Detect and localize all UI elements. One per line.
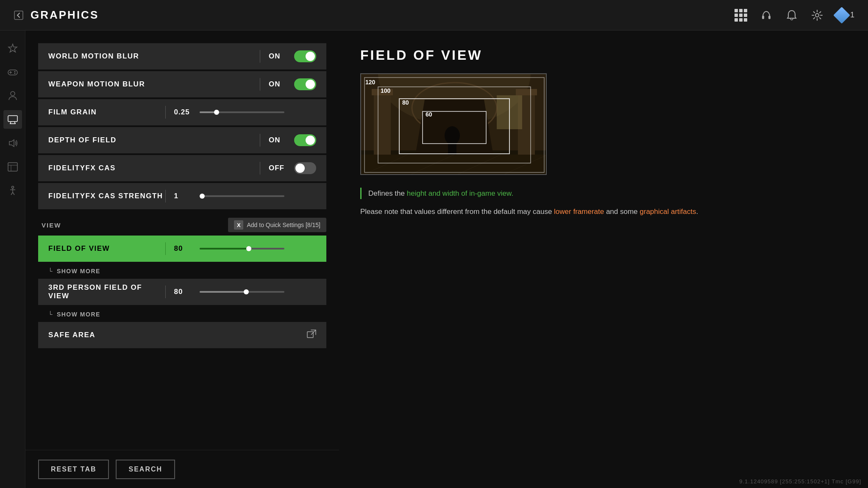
view-section-label: VIEW — [42, 222, 61, 229]
slider-thumb — [214, 110, 219, 115]
row-divider — [165, 286, 166, 298]
desc-line2-highlight1: lower framerate — [554, 208, 604, 216]
weapon-motion-blur-label: WEAPON MOTION BLUR — [48, 80, 260, 89]
grid-icon[interactable] — [734, 8, 748, 22]
row-divider — [165, 190, 166, 202]
top-bar: GRAPHICS — [0, 0, 868, 30]
page-title: GRAPHICS — [31, 8, 99, 22]
bottom-buttons: RESET TAB SEARCH — [25, 450, 339, 488]
weapon-motion-blur-row[interactable]: WEAPON MOTION BLUR ON — [38, 71, 326, 97]
x-badge-icon: X — [234, 220, 243, 230]
fidelityfx-cas-strength-slider[interactable] — [200, 195, 317, 197]
fov-description-box: Defines the height and width of in-game … — [360, 188, 847, 199]
svg-point-8 — [14, 73, 15, 74]
fidelityfx-cas-label: FIDELITYFX CAS — [48, 164, 260, 172]
weapon-motion-blur-value: ON — [269, 80, 294, 89]
back-arrow-icon — [14, 10, 24, 20]
svg-rect-30 — [516, 89, 537, 95]
back-button[interactable] — [14, 10, 24, 20]
row-divider — [260, 162, 260, 175]
fidelityfx-cas-value: OFF — [269, 164, 294, 172]
sidebar-item-favorites[interactable] — [3, 39, 22, 58]
version-text: 9.1.12409589 [255:255:1502+1] Tmc [G99] — [739, 478, 861, 485]
quick-settings-button[interactable]: X Add to Quick Settings [8/15] — [228, 218, 326, 232]
film-grain-row[interactable]: FILM GRAIN 0.25 — [38, 99, 326, 125]
settings-icon[interactable] — [810, 8, 824, 22]
slider-track — [200, 111, 284, 113]
safe-area-row[interactable]: SAFE AREA — [38, 322, 326, 348]
toggle-knob — [306, 52, 315, 61]
slider-track — [200, 248, 284, 250]
svg-rect-2 — [768, 16, 771, 19]
fov-preview-image: 60 80 100 120 — [360, 73, 547, 175]
world-motion-blur-toggle[interactable] — [294, 50, 316, 62]
svg-text:60: 60 — [426, 111, 432, 118]
show-more-icon: └ — [48, 268, 53, 274]
fidelityfx-cas-row[interactable]: FIDELITYFX CAS OFF — [38, 155, 326, 181]
fidelityfx-cas-strength-label: FIDELITYFX CAS STRENGTH — [48, 192, 165, 200]
notification-icon[interactable] — [785, 8, 798, 22]
fidelityfx-cas-toggle[interactable] — [294, 162, 316, 174]
toggle-knob — [306, 136, 315, 145]
svg-text:120: 120 — [365, 79, 376, 86]
third-person-fov-slider[interactable] — [200, 291, 317, 293]
desc-line2-mid: and some — [604, 208, 640, 216]
fidelityfx-cas-strength-row[interactable]: FIDELITYFX CAS STRENGTH 1 — [38, 183, 326, 209]
external-link-icon[interactable] — [307, 330, 316, 341]
third-person-fov-value: 80 — [174, 288, 200, 296]
world-motion-blur-row[interactable]: WORLD MOTION BLUR ON — [38, 43, 326, 69]
sidebar-item-interface[interactable] — [3, 158, 22, 176]
film-grain-label: FILM GRAIN — [48, 108, 165, 116]
rank-badge: 1 — [836, 9, 854, 21]
svg-line-20 — [11, 192, 13, 195]
right-panel: FIELD OF VIEW — [339, 30, 868, 488]
toggle-knob — [295, 164, 305, 173]
svg-point-3 — [815, 14, 819, 17]
search-button[interactable]: SEARCH — [116, 460, 175, 479]
third-person-fov-label: 3RD PERSON FIELD OF VIEW — [48, 283, 165, 300]
field-of-view-row[interactable]: FIELD OF VIEW 80 — [38, 236, 326, 262]
rank-diamond-icon — [833, 7, 850, 24]
reset-tab-button[interactable]: RESET TAB — [38, 460, 109, 479]
field-of-view-label: FIELD OF VIEW — [48, 244, 165, 253]
desc-line2-end: . — [696, 208, 698, 216]
desc-line1-highlight: height and width of in-game view. — [407, 189, 513, 197]
third-person-fov-row[interactable]: 3RD PERSON FIELD OF VIEW 80 — [38, 279, 326, 305]
show-more-2-label: SHOW MORE — [57, 311, 100, 318]
settings-panel: WORLD MOTION BLUR ON WEAPON MOTION BLUR … — [25, 30, 339, 488]
row-divider — [165, 242, 166, 255]
sidebar-item-controller[interactable] — [3, 63, 22, 81]
slider-track — [200, 195, 284, 197]
svg-rect-0 — [14, 11, 23, 19]
weapon-motion-blur-toggle[interactable] — [294, 78, 316, 90]
field-of-view-slider[interactable] — [200, 248, 317, 250]
sidebar-item-audio[interactable] — [3, 134, 22, 152]
film-grain-slider[interactable] — [200, 111, 317, 113]
main-content: WORLD MOTION BLUR ON WEAPON MOTION BLUR … — [25, 30, 868, 488]
row-divider — [260, 134, 260, 147]
field-of-view-value: 80 — [174, 244, 200, 253]
depth-of-field-value: ON — [269, 136, 294, 144]
row-divider — [165, 106, 166, 119]
svg-rect-1 — [762, 16, 764, 19]
depth-of-field-toggle[interactable] — [294, 134, 316, 146]
svg-point-33 — [445, 126, 460, 145]
svg-marker-35 — [361, 155, 547, 175]
sidebar-item-graphics[interactable] — [3, 110, 22, 129]
headset-icon[interactable] — [760, 8, 773, 22]
svg-rect-14 — [8, 163, 17, 171]
svg-point-17 — [11, 186, 14, 189]
show-more-1-label: SHOW MORE — [57, 268, 100, 274]
desc-line1-before: Defines the — [368, 189, 407, 197]
fov-panel-title: FIELD OF VIEW — [360, 47, 847, 63]
depth-of-field-row[interactable]: DEPTH OF FIELD ON — [38, 127, 326, 153]
show-more-2-row[interactable]: └ SHOW MORE — [38, 307, 326, 322]
game-scene: 60 80 100 120 — [361, 74, 546, 174]
row-divider — [260, 50, 260, 63]
desc-line2-highlight2: graphical artifacts — [640, 208, 696, 216]
sidebar-item-profile[interactable] — [3, 86, 22, 105]
view-section-header: VIEW X Add to Quick Settings [8/15] — [38, 213, 326, 236]
show-more-1-row[interactable]: └ SHOW MORE — [38, 263, 326, 279]
sidebar-item-accessibility[interactable] — [3, 181, 22, 200]
show-more-icon: └ — [48, 311, 53, 318]
